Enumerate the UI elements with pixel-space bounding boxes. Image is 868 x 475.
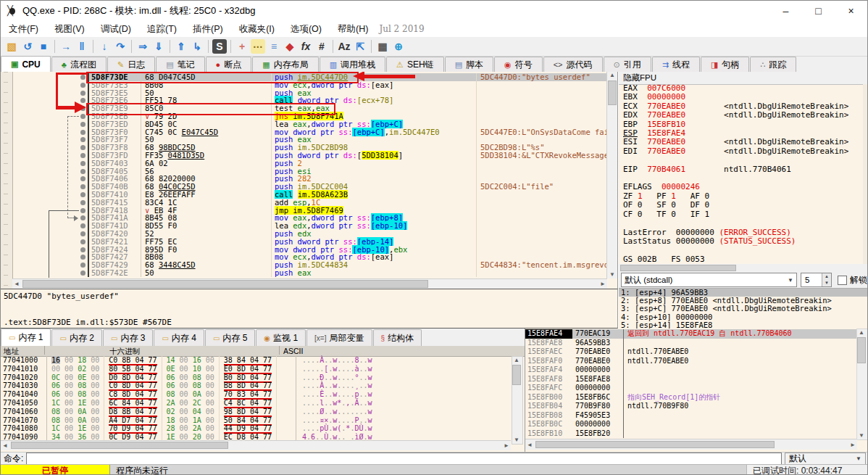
stack-row[interactable]: 15E8FAE896A59BB3 xyxy=(525,339,857,348)
dump-vscrollbar[interactable]: ▲ ▼ xyxy=(512,356,523,445)
stack-row[interactable]: 15E8FB0C00000000 xyxy=(525,420,857,429)
stack-row[interactable]: 15E8FAEC770EABE0ntdll.770EABE0 xyxy=(525,347,857,357)
argument-count-stepper[interactable]: 5 ▲▼ xyxy=(801,273,832,287)
tab-symbols[interactable]: ◉符号 xyxy=(494,57,543,72)
tab-struct[interactable]: §结构体 xyxy=(373,329,422,346)
breakpoint-dot[interactable] xyxy=(80,247,85,252)
tab-memory-map[interactable]: ▦内存布局 xyxy=(252,57,318,72)
tab-handles[interactable]: ◨句柄 xyxy=(701,57,749,72)
run-icon[interactable]: → xyxy=(59,39,73,54)
execute-till-return-icon[interactable]: ⇓ xyxy=(151,39,166,54)
breakpoint-dot[interactable] xyxy=(80,122,85,127)
tab-dump-1[interactable]: ▭内存 1 xyxy=(1,329,51,346)
stack-hscroll-thumb[interactable] xyxy=(535,441,775,448)
maximize-button[interactable]: □ xyxy=(802,1,835,21)
command-mode-select[interactable]: 默认 ▼ xyxy=(785,453,866,465)
tab-locals[interactable]: [x=]局部变量 xyxy=(306,329,372,346)
tab-script[interactable]: ▤脚本 xyxy=(445,57,493,72)
tab-source[interactable]: <>源代码 xyxy=(543,57,603,72)
tab-dump-5[interactable]: ▭内存 5 xyxy=(205,329,255,346)
breakpoint-dot[interactable] xyxy=(80,153,85,158)
menu-debug[interactable]: 调试(D) xyxy=(93,23,139,36)
stop-icon[interactable]: ■ xyxy=(36,39,51,54)
disassembly-panel[interactable]: 5D8F73DE68 D047C45Dpush im.5DC447D05DC44… xyxy=(1,72,618,289)
stack-vscrollbar[interactable]: ▲ ▼ xyxy=(856,329,868,440)
breakpoint-dot[interactable] xyxy=(80,208,85,213)
close-button[interactable]: × xyxy=(835,1,867,21)
dump-row[interactable]: 770410801C 00 1E 0070 D9 04 7728 00 2A 0… xyxy=(1,424,512,433)
stack-row[interactable]: 15E8FAF815E8FAE8 xyxy=(525,375,857,384)
tab-cpu[interactable]: ▣CPU xyxy=(1,56,51,72)
pause-icon[interactable]: ‖ xyxy=(75,39,89,54)
breakpoint-dot[interactable] xyxy=(80,223,85,228)
register-line[interactable]: GS 002B FS 0053 xyxy=(623,255,864,264)
breakpoint-dot[interactable] xyxy=(80,161,85,166)
command-input[interactable] xyxy=(26,453,782,465)
label-icon[interactable]: ≡ xyxy=(267,39,281,54)
tab-dump-4[interactable]: ▭内存 4 xyxy=(154,329,204,346)
dump-row[interactable]: 7704106008 00 0A 00D8 8B 04 7702 00 04 0… xyxy=(1,408,512,416)
breakpoint-dot[interactable] xyxy=(80,231,85,236)
tab-trace[interactable]: ∴跟踪 xyxy=(750,57,796,72)
bookmark-icon[interactable]: ◆ xyxy=(283,39,297,54)
tab-notes[interactable]: ▤笔记 xyxy=(156,57,204,72)
run-to-selection-icon[interactable]: ⇒ xyxy=(135,39,150,54)
dump-row[interactable]: 7704100016 00 18 00C0 8B 04 7714 00 16 0… xyxy=(1,356,512,365)
breakpoint-dot[interactable] xyxy=(80,75,85,80)
restart-icon[interactable]: ↺ xyxy=(20,39,35,54)
breakpoint-dot[interactable] xyxy=(80,130,85,135)
breakpoint-dot[interactable] xyxy=(80,255,85,260)
stack-vscroll-thumb[interactable] xyxy=(857,337,866,363)
breakpoint-dot[interactable] xyxy=(80,83,85,88)
registers-vscrollbar[interactable] xyxy=(863,84,868,264)
tab-threads[interactable]: ⇉线程 xyxy=(652,57,700,72)
dump-vscroll-thumb[interactable] xyxy=(512,365,521,385)
minimize-button[interactable]: – xyxy=(769,1,802,21)
breakpoint-dot[interactable] xyxy=(80,145,85,150)
spin-up-icon[interactable]: ▲ xyxy=(822,273,831,280)
breakpoint-dot[interactable] xyxy=(80,263,85,268)
menu-options[interactable]: 选项(O) xyxy=(283,23,330,36)
call-argument-row[interactable]: 3: [esp+C] 770EABE0 <ntdll.DbgUiRemoteBr… xyxy=(619,305,868,313)
settings-icon[interactable]: S xyxy=(212,39,227,54)
breakpoint-dot[interactable] xyxy=(80,137,85,142)
unlock-checkbox[interactable] xyxy=(838,276,847,285)
tab-log[interactable]: ✎日志 xyxy=(107,57,155,72)
step-into-icon[interactable]: ↓ xyxy=(97,39,112,54)
menu-help[interactable]: 帮助(H) xyxy=(330,23,376,36)
menu-trace[interactable]: 追踪(T) xyxy=(139,23,185,36)
calculator-icon[interactable]: ▦ xyxy=(375,39,390,54)
registers-hscroll-thumb[interactable] xyxy=(620,265,736,271)
breakpoint-dot[interactable] xyxy=(80,98,85,103)
breakpoint-dot[interactable] xyxy=(80,169,85,174)
hide-fpu-button[interactable]: 隐藏FPU xyxy=(619,72,868,85)
patch-icon[interactable]: + xyxy=(235,39,249,54)
assemble-icon[interactable]: Az xyxy=(337,39,351,54)
attach-icon[interactable]: ⇱ xyxy=(353,39,367,54)
tab-graph[interactable]: ♣流程图 xyxy=(51,57,107,72)
tab-references[interactable]: ⊙引用 xyxy=(604,57,651,72)
registers-panel[interactable]: 隐藏FPU EAX 007C6000EBX 00000000ECX 770EAB… xyxy=(618,72,868,329)
stack-row[interactable]: 15E8FB04770B9F80ntdll.770B9F80 xyxy=(525,402,857,411)
register-line[interactable]: EIP 770B4061 ntdll.770B4061 xyxy=(623,165,864,174)
breakpoint-dot[interactable] xyxy=(80,184,85,189)
preferences-globe-icon[interactable]: ⊕ xyxy=(391,39,406,54)
tab-dump-2[interactable]: ▭内存 2 xyxy=(51,329,101,346)
stack-row[interactable]: 15E8FAF0770EABE0ntdll.770EABE0 xyxy=(525,357,857,366)
step-out-icon[interactable]: ⇑ xyxy=(174,39,188,54)
breakpoint-dot[interactable] xyxy=(80,239,85,244)
stack-row[interactable]: 15E8FAFC00000000 xyxy=(525,384,857,393)
tab-call-stack[interactable]: ▥调用堆栈 xyxy=(320,57,385,72)
calling-convention-select[interactable]: 默认 (stdcall) ▼ xyxy=(621,273,797,287)
stack-row[interactable]: 15E8FB08F45905E3 xyxy=(525,411,857,421)
dump-row[interactable]: 770410501C 00 1E 006C 84 04 772A 00 2C 0… xyxy=(1,399,512,408)
menu-favourites[interactable]: 收藏夹(I) xyxy=(231,23,283,36)
stack-panel[interactable]: 15E8FAE4770EAC19返回到 ntdll.770EAC19 自 ntd… xyxy=(525,329,868,452)
breakpoint-dot[interactable] xyxy=(80,270,85,276)
tab-breakpoints[interactable]: ●断点 xyxy=(206,57,252,72)
title-bar[interactable]: ╳ QQ.exe - PID: 268C - 模块: im.dll - 线程: … xyxy=(1,1,867,22)
disassembly-hscrollbar[interactable]: ◄ ► xyxy=(12,278,607,289)
menu-plugins[interactable]: 插件(P) xyxy=(185,23,231,36)
stack-row[interactable]: 15E8FB1015E8FB20 xyxy=(525,429,857,439)
call-arguments-list[interactable]: 1: [esp+4] 96A59BB32: [esp+8] 770EABE0 <… xyxy=(619,288,868,329)
